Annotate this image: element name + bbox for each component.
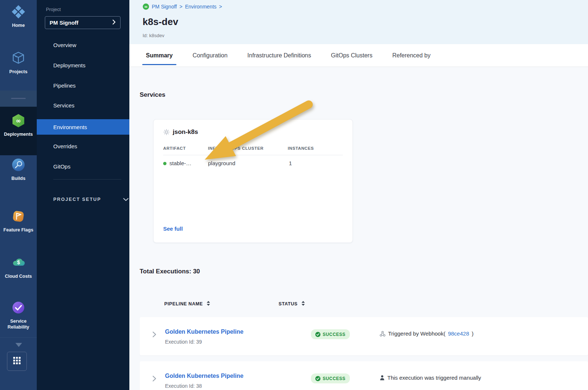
- rail-item-cloud-costs[interactable]: $ Cloud Costs: [0, 255, 37, 280]
- sidebar-item-gitops[interactable]: GitOps: [37, 160, 129, 173]
- trigger-commit-link[interactable]: 98ce428: [448, 330, 469, 337]
- project-setup-label: PROJECT SETUP: [53, 197, 101, 202]
- success-check-icon: [315, 376, 320, 381]
- execution-row: Golden Kubernetes Pipeline Execution Id:…: [140, 317, 588, 355]
- rail-item-label: Cloud Costs: [5, 274, 32, 280]
- user-icon: [380, 375, 385, 380]
- card-divider: [163, 155, 343, 155]
- tab-referenced-by[interactable]: Referenced by: [388, 44, 434, 67]
- sidebar-item-label: Services: [53, 102, 75, 109]
- app-window: Home Projects ∞: [0, 0, 588, 390]
- rail-bottom-separator: [0, 337, 37, 338]
- rail-item-builds[interactable]: Builds: [0, 157, 37, 182]
- gear-icon: [163, 129, 170, 135]
- sidebar-item-pipelines[interactable]: Pipelines: [37, 79, 129, 92]
- svg-text:∞: ∞: [16, 117, 21, 124]
- status-label: SUCCESS: [323, 376, 345, 381]
- sidebar-item-overrides[interactable]: Overrides: [37, 139, 129, 153]
- status-badge: SUCCESS: [311, 329, 350, 339]
- rail-item-label: Feature Flags: [3, 227, 33, 233]
- sidebar-item-label: GitOps: [53, 163, 71, 170]
- tab-gitops-clusters[interactable]: GitOps Clusters: [327, 44, 376, 67]
- breadcrumb-environments-link[interactable]: Environments: [185, 4, 216, 10]
- tab-configuration[interactable]: Configuration: [189, 44, 231, 67]
- cloud-costs-icon: $: [11, 255, 26, 272]
- col-instances: INSTANCES: [288, 146, 314, 150]
- artifact-cell: stable-…: [163, 160, 191, 166]
- rail-item-deployments[interactable]: ∞ Deployments: [0, 113, 37, 138]
- cd-module-icon: ∞: [143, 3, 149, 10]
- column-header-label: STATUS: [279, 301, 298, 306]
- svg-text:∞: ∞: [144, 4, 147, 9]
- trigger-text: ): [472, 330, 473, 337]
- sidebar-item-services[interactable]: Services: [37, 99, 129, 112]
- sort-status[interactable]: STATUS: [279, 301, 305, 307]
- service-name: json-k8s: [173, 128, 198, 136]
- chevron-right-icon: [112, 20, 116, 26]
- see-full-link[interactable]: See full: [163, 226, 183, 232]
- status-dot: [163, 162, 166, 165]
- rail-item-label: Deployments: [4, 132, 33, 138]
- sidebar-item-label: Deployments: [53, 62, 86, 68]
- entity-id: Id: k8sdev: [143, 33, 164, 38]
- module-rail: Home Projects ∞: [0, 0, 37, 390]
- sidebar-item-environments[interactable]: Environments: [37, 119, 129, 135]
- sort-icon: [207, 301, 210, 307]
- pipeline-name-link[interactable]: Golden Kubernetes Pipeline: [165, 373, 243, 379]
- pipeline-name-link[interactable]: Golden Kubernetes Pipeline: [165, 329, 243, 335]
- chevron-down-icon: [123, 196, 129, 203]
- sidebar-item-label: Overrides: [53, 143, 77, 149]
- breadcrumb-project-link[interactable]: PM Signoff: [152, 4, 177, 10]
- expand-chevron-icon[interactable]: [152, 375, 157, 383]
- tab-label: Summary: [146, 52, 173, 59]
- trigger-text: Triggered by Webhook(: [388, 330, 445, 337]
- rail-divider-band: [0, 91, 37, 107]
- tab-label: Referenced by: [392, 52, 430, 59]
- feature-flags-icon: [11, 209, 26, 225]
- tab-infrastructure-definitions[interactable]: Infrastructure Definitions: [244, 44, 315, 67]
- breadcrumb: ∞ PM Signoff > Environments >: [143, 3, 222, 10]
- all-modules-button[interactable]: [7, 352, 27, 371]
- project-setup-toggle[interactable]: PROJECT SETUP: [53, 196, 129, 203]
- instances-cell: 1: [289, 160, 292, 166]
- breadcrumb-separator: >: [219, 4, 222, 10]
- cluster-cell: playground: [208, 160, 235, 166]
- sidebar-item-deployments[interactable]: Deployments: [37, 58, 129, 72]
- execution-id: Execution Id: 38: [165, 383, 202, 389]
- service-card: json-k8s ARTIFACT INFRA/GITOPS CLUSTER I…: [153, 119, 353, 243]
- home-icon: [11, 4, 26, 21]
- cube-icon: [11, 51, 26, 67]
- sidebar-item-overview[interactable]: Overview: [37, 38, 129, 52]
- rail-item-service-reliability[interactable]: Service Reliability: [0, 300, 37, 330]
- tab-summary[interactable]: Summary: [142, 44, 176, 67]
- col-artifact: ARTIFACT: [163, 146, 186, 150]
- trigger-info: This execution was triggered manually: [380, 375, 481, 381]
- sidebar-item-label: Environments: [53, 124, 87, 130]
- rail-item-feature-flags[interactable]: Feature Flags: [0, 209, 37, 233]
- sidebar-item-label: Overview: [53, 42, 76, 48]
- trigger-text: This execution was triggered manually: [387, 375, 481, 381]
- project-selector[interactable]: PM Signoff: [45, 16, 121, 29]
- project-sidebar: Project PM Signoff Overview Deployments …: [37, 0, 129, 390]
- main-content: ∞ PM Signoff > Environments > k8s-dev Id…: [129, 0, 588, 390]
- sidebar-item-label: Pipelines: [53, 82, 76, 89]
- rail-item-label: Home: [12, 23, 25, 29]
- expand-chevron-icon[interactable]: [152, 331, 157, 339]
- breadcrumb-separator: >: [179, 4, 182, 10]
- sort-pipeline-name[interactable]: PIPELINE NAME: [164, 301, 210, 307]
- tab-label: Configuration: [193, 52, 227, 59]
- builds-icon: [11, 157, 26, 174]
- page-header: ∞ PM Signoff > Environments > k8s-dev Id…: [129, 0, 588, 44]
- trigger-info: Triggered by Webhook(98ce428): [380, 330, 473, 337]
- execution-id: Execution Id: 39: [165, 339, 202, 345]
- rail-item-label: Service Reliability: [1, 319, 35, 330]
- rail-item-projects[interactable]: Projects: [0, 51, 37, 75]
- project-name: PM Signoff: [50, 20, 78, 26]
- project-label: Project: [46, 7, 61, 12]
- artifact-value: stable-…: [169, 160, 191, 166]
- tab-label: GitOps Clusters: [331, 52, 373, 59]
- execution-row: Golden Kubernetes Pipeline Execution Id:…: [140, 361, 588, 390]
- rail-divider-dash: [11, 98, 26, 99]
- rail-item-home[interactable]: Home: [0, 4, 37, 29]
- scroll-down-icon[interactable]: [15, 343, 22, 347]
